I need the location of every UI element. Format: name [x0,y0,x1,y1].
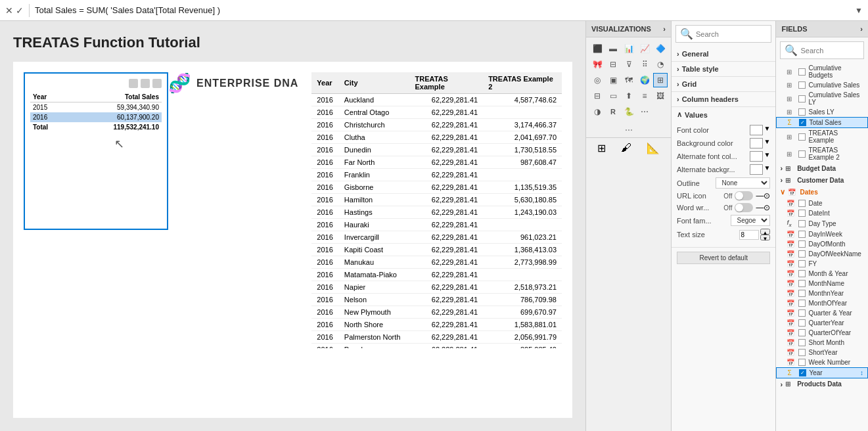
formula-checks[interactable]: ✕ ✓ [5,5,24,16]
formula-dropdown-icon[interactable]: ▼ [855,6,863,15]
card-icon[interactable]: ▭ [606,89,620,103]
field-checkbox[interactable] [798,339,806,346]
table-thumbnail[interactable]: Year Total Sales 2015 59,394,340.90 2016… [24,72,168,230]
field-checkbox[interactable] [798,133,806,141]
field-checkbox[interactable] [798,319,806,327]
field-item-quarteryear[interactable]: 📅 QuarterYear [776,318,868,328]
outline-dropdown[interactable]: None Bottom only Top only [716,177,770,189]
field-checkbox[interactable] [798,329,806,336]
field-item-dayinweek[interactable]: 📅 DayInWeek [776,229,868,239]
field-checkbox[interactable] [798,150,806,158]
field-checkbox[interactable] [798,68,806,76]
font-family-dropdown[interactable]: Segoe UI Arial [731,215,770,226]
area-chart-icon[interactable]: 🔷 [653,41,668,56]
stacked-bar-chart-icon[interactable]: ⬛ [590,41,605,56]
values-section-header[interactable]: ∧ Values [672,107,775,122]
col-headers-section-header[interactable]: › Column headers [672,92,775,106]
field-checkbox[interactable] [798,210,806,217]
gauge-icon[interactable]: ◑ [590,104,605,119]
waterfall-icon[interactable]: ⊟ [606,57,620,72]
scatter-icon[interactable]: ⠿ [637,57,652,72]
ribbon-chart-icon[interactable]: 🎀 [590,57,605,72]
table-viz-icon[interactable]: ⊞ [653,73,668,87]
field-item-shortyear[interactable]: 📅 ShortYear [776,348,868,357]
formula-confirm-icon[interactable]: ✓ [16,5,24,16]
field-checkbox[interactable] [798,220,806,227]
field-item-month-year[interactable]: 📅 Month & Year [776,269,868,279]
field-item-quarterofyear[interactable]: 📅 QuarterOfYear [776,328,868,338]
url-icon-track[interactable] [735,191,753,200]
field-item-treatas[interactable]: ⊞ TREATAS Example [776,128,868,145]
field-item-cumulative-sales[interactable]: ⊞ Cumulative Sales [776,80,868,90]
funnel-icon[interactable]: ⊽ [622,57,636,72]
field-group-dates[interactable]: ∨ 📅 Dates [776,186,868,198]
field-checkbox[interactable] [798,300,806,307]
field-item-cumulative-sales-ly[interactable]: ⊞ Cumulative Sales LY [776,90,868,107]
analytics-action-tab[interactable]: 📐 [647,142,660,154]
field-checkbox[interactable] [798,309,806,317]
props-search-input[interactable] [696,30,767,38]
field-checkbox[interactable] [798,108,806,116]
formula-cancel-icon[interactable]: ✕ [5,5,13,16]
field-checkbox[interactable] [798,290,806,297]
python-icon[interactable]: 🐍 [622,104,636,119]
field-checkbox[interactable] [798,231,806,238]
field-checkbox[interactable] [798,81,806,89]
field-item-week-number[interactable]: 📅 Week Number [776,357,868,367]
bg-color-dropdown-icon[interactable]: ▼ [764,138,771,148]
map-icon[interactable]: 🗺 [622,73,636,87]
field-item-date[interactable]: 📅 Date [776,198,868,208]
alt-bg-color-picker[interactable] [750,164,763,175]
field-group-customer-data[interactable]: › ⊞ Customer Data [776,174,868,186]
donut-icon[interactable]: ◎ [590,73,605,87]
field-item-dayofmonth[interactable]: 📅 DayOfMonth [776,239,868,249]
field-checkbox[interactable] [798,260,806,267]
field-checkbox-checked[interactable]: ✓ [799,369,806,376]
filled-map-icon[interactable]: 🌍 [637,73,652,87]
custom-viz-icon[interactable]: ⋯ [637,104,652,119]
field-checkbox[interactable] [798,240,806,248]
field-item-monthnyear[interactable]: 📅 MonthnYear [776,288,868,298]
format-action-tab[interactable]: 🖌 [621,142,631,154]
year-sort-icon[interactable]: ↕ [860,369,863,376]
more-visuals-text[interactable]: ⋯ [586,123,671,137]
fields-search-input[interactable] [800,47,859,55]
field-item-day-type[interactable]: fx Day Type [776,218,868,229]
field-checkbox[interactable] [798,359,806,366]
field-item-fy[interactable]: 📅 FY [776,259,868,269]
text-size-input[interactable] [739,230,759,240]
slicer-icon[interactable]: ≡ [637,89,652,103]
fields-action-tab[interactable]: ⊞ [597,142,606,154]
field-group-products-data[interactable]: › ⊞ Products Data [776,378,868,390]
field-item-short-month[interactable]: 📅 Short Month [776,338,868,348]
pie-icon[interactable]: ◔ [653,57,668,72]
alt-bg-color-dropdown-icon[interactable]: ▼ [764,164,771,175]
revert-button[interactable]: Revert to default [677,252,770,264]
r-visual-icon[interactable]: R [606,104,620,119]
text-size-up-btn[interactable]: ▲ [760,229,771,235]
field-checkbox[interactable] [798,280,806,287]
url-icon-toggle[interactable]: Off —⊙ [723,191,770,200]
alt-font-color-dropdown-icon[interactable]: ▼ [764,151,771,162]
word-wrap-track[interactable] [735,203,753,212]
field-item-monthname[interactable]: 📅 MonthName [776,279,868,288]
field-item-monthofyear[interactable]: 📅 MonthOfYear [776,298,868,308]
treemap-icon[interactable]: ▣ [606,73,620,87]
alt-font-color-picker[interactable] [750,151,763,162]
font-color-picker[interactable] [750,125,763,135]
field-group-budget-data[interactable]: › ⊞ Budget Data [776,162,868,174]
field-checkbox[interactable] [798,349,806,356]
clustered-bar-icon[interactable]: ▬ [606,41,620,56]
font-color-dropdown-icon[interactable]: ▼ [764,125,771,135]
field-item-year[interactable]: Σ ✓ Year ↕ [776,367,868,378]
field-item-dayofweekname[interactable]: 📅 DayOfWeekName [776,249,868,259]
fields-panel-collapse-icon[interactable]: › [860,25,863,33]
props-search-box[interactable]: 🔍 [675,25,771,43]
table-style-section-header[interactable]: › Table style [672,62,775,76]
field-item-cumulative-budgets[interactable]: ⊞ Cumulative Budgets [776,63,868,80]
field-item-dateint[interactable]: 📅 DateInt [776,208,868,218]
bg-color-picker[interactable] [750,138,763,148]
field-checkbox-checked[interactable]: ✓ [799,119,806,126]
image-icon[interactable]: 🖼 [653,89,668,103]
word-wrap-toggle[interactable]: Off —⊙ [723,203,770,212]
